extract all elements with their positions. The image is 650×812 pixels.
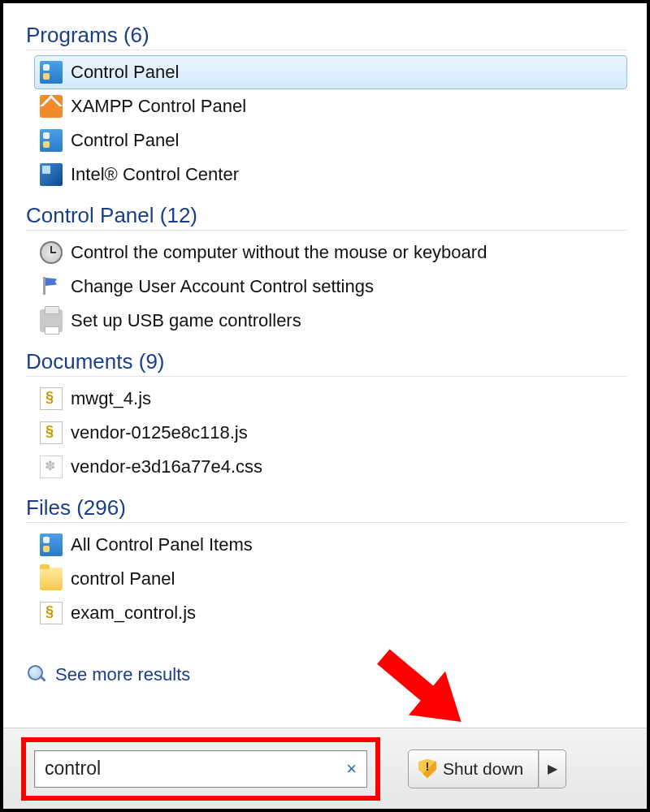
result-item[interactable]: exam_control.js (34, 596, 627, 630)
controlpanel-list: Control the computer without the mouse o… (26, 235, 627, 338)
section-label: Documents (26, 349, 133, 374)
js-file-icon (40, 421, 63, 444)
section-label: Files (26, 495, 71, 520)
shutdown-split-button: Shut down ▶ (408, 749, 566, 788)
result-label: Change User Account Control settings (71, 276, 374, 297)
divider (26, 230, 627, 231)
js-file-icon (40, 602, 63, 624)
start-menu-search-panel: Programs (6) Control Panel XAMPP Control… (0, 0, 650, 812)
section-count: (12) (160, 203, 197, 227)
result-label: XAMPP Control Panel (71, 96, 246, 117)
result-item[interactable]: All Control Panel Items (34, 528, 627, 562)
result-item[interactable]: vendor-e3d16a77e4.css (34, 450, 627, 484)
result-label: vendor-0125e8c118.js (71, 422, 248, 443)
result-item[interactable]: Change User Account Control settings (34, 270, 627, 304)
css-file-icon (40, 456, 63, 478)
result-item[interactable]: Control Panel (34, 123, 627, 158)
documents-list: mwgt_4.js vendor-0125e8c118.js vendor-e3… (26, 382, 627, 484)
shutdown-menu-arrow[interactable]: ▶ (539, 749, 566, 788)
section-label: Control Panel (26, 203, 154, 227)
start-menu-footer: × Shut down ▶ (3, 728, 647, 809)
shutdown-label: Shut down (443, 759, 523, 779)
result-item[interactable]: mwgt_4.js (34, 382, 627, 416)
result-label: Set up USB game controllers (71, 310, 301, 331)
divider (26, 50, 627, 50)
see-more-results-link[interactable]: See more results (55, 664, 190, 685)
result-label: mwgt_4.js (71, 388, 151, 409)
result-item[interactable]: Set up USB game controllers (34, 304, 627, 338)
js-file-icon (40, 387, 63, 410)
result-label: vendor-e3d16a77e4.css (71, 456, 262, 477)
result-label: Control Panel (71, 62, 179, 83)
uac-shield-icon (418, 759, 436, 779)
result-label: Control the computer without the mouse o… (71, 242, 487, 263)
result-item[interactable]: control Panel (34, 562, 627, 596)
game-controllers-icon (40, 309, 63, 332)
control-panel-icon (40, 129, 63, 152)
uac-flag-icon (40, 275, 63, 298)
control-panel-icon (40, 61, 63, 84)
result-label: Intel® Control Center (71, 164, 239, 185)
section-header-files: Files (296) (26, 495, 627, 520)
annotation-highlight-box: × (21, 737, 380, 801)
result-label: control Panel (71, 568, 175, 590)
section-header-documents: Documents (9) (26, 349, 627, 374)
chevron-right-icon: ▶ (548, 761, 557, 776)
see-more-row[interactable]: See more results (28, 664, 627, 685)
result-item[interactable]: vendor-0125e8c118.js (34, 416, 627, 450)
result-item[interactable]: XAMPP Control Panel (34, 89, 627, 123)
intel-icon (40, 163, 63, 186)
shutdown-button[interactable]: Shut down (408, 749, 539, 788)
divider (26, 522, 627, 523)
search-icon (28, 665, 47, 685)
search-results: Programs (6) Control Panel XAMPP Control… (3, 3, 647, 728)
ease-of-access-icon (40, 241, 63, 264)
result-label: Control Panel (71, 130, 179, 151)
search-input[interactable] (43, 757, 344, 780)
result-item[interactable]: Control Panel (34, 55, 627, 89)
divider (26, 376, 627, 377)
section-count: (296) (76, 495, 126, 520)
folder-icon (40, 568, 63, 590)
result-label: All Control Panel Items (71, 534, 253, 555)
clear-search-icon[interactable]: × (344, 760, 358, 778)
search-box[interactable]: × (34, 750, 367, 788)
section-header-controlpanel: Control Panel (12) (26, 203, 627, 228)
section-label: Programs (26, 23, 118, 47)
files-list: All Control Panel Items control Panel ex… (26, 528, 627, 630)
section-header-programs: Programs (6) (26, 23, 627, 48)
section-count: (6) (124, 23, 150, 47)
result-item[interactable]: Intel® Control Center (34, 158, 627, 192)
programs-list: Control Panel XAMPP Control Panel Contro… (26, 55, 627, 192)
xampp-icon (40, 95, 63, 118)
result-item[interactable]: Control the computer without the mouse o… (34, 235, 627, 270)
result-label: exam_control.js (71, 603, 196, 624)
section-count: (9) (139, 349, 165, 374)
control-panel-icon (40, 533, 63, 556)
